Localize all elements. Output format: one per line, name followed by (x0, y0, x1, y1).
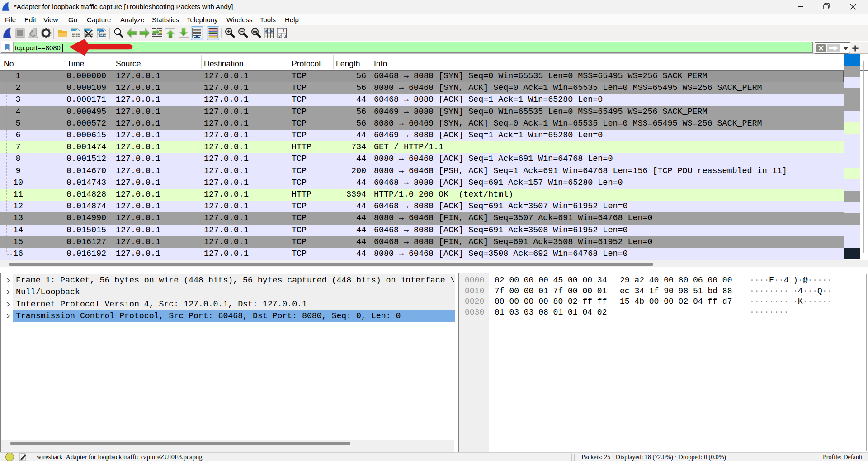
svg-text:2: 2 (278, 34, 281, 38)
svg-text:1: 1 (283, 28, 285, 33)
svg-text:3: 3 (284, 34, 286, 38)
